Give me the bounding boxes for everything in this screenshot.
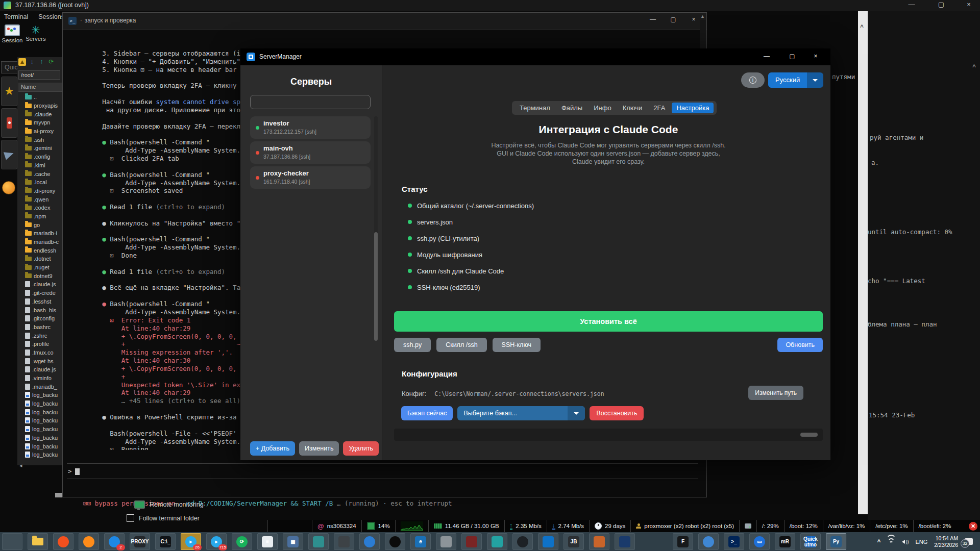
session-button[interactable]: Session xyxy=(1,24,23,43)
file-row[interactable]: .gemini xyxy=(17,144,62,153)
clock[interactable]: 10:54 AM 2/23/2026 xyxy=(934,535,958,548)
taskbar-tile[interactable] xyxy=(28,533,48,550)
sm-close-icon[interactable]: × xyxy=(808,53,823,60)
file-row[interactable]: log_backu xyxy=(17,391,62,399)
menu-item[interactable]: Terminal xyxy=(4,13,28,23)
file-row[interactable]: log_backu xyxy=(17,450,62,459)
taskbar-tile[interactable] xyxy=(79,533,99,550)
delete-server-button[interactable]: Удалить xyxy=(343,441,379,456)
install-part-button[interactable]: SSH-ключ xyxy=(493,338,541,352)
taskbar-tile[interactable]: mR xyxy=(775,533,795,550)
file-row[interactable]: .git-crede xyxy=(17,289,62,297)
volume-icon[interactable]: )) xyxy=(902,539,909,544)
taskbar-tile[interactable] xyxy=(308,533,329,550)
refresh-icon[interactable]: ⟳ xyxy=(47,58,55,66)
edit-server-button[interactable]: Изменить xyxy=(299,441,339,456)
taskbar-tile[interactable]: ⟳ xyxy=(232,533,252,550)
file-row[interactable]: .bashrc xyxy=(17,323,62,332)
file-row[interactable]: .claude xyxy=(17,110,62,118)
taskbar-tile[interactable]: ≡ xyxy=(257,533,278,550)
server-item[interactable]: proxy-checker 161.97.118.40 [ssh] xyxy=(250,166,371,189)
folder-up-icon[interactable]: ▲ xyxy=(18,58,26,66)
file-row[interactable]: log_backu xyxy=(17,425,62,434)
file-row[interactable]: .zshrc xyxy=(17,331,62,340)
file-row[interactable]: endlessh xyxy=(17,246,62,255)
file-row[interactable]: .di-proxy xyxy=(17,187,62,195)
install-all-button[interactable]: Установить всё xyxy=(394,311,823,332)
taskbar-tile[interactable]: Py xyxy=(826,533,846,550)
file-row[interactable]: .dotnet xyxy=(17,255,62,263)
file-row[interactable]: log_backu xyxy=(17,434,62,442)
file-row[interactable]: myvpn xyxy=(17,118,62,127)
favorites-button[interactable]: ★ xyxy=(1,77,17,106)
server-list-scrollbar[interactable] xyxy=(374,116,378,341)
taskbar-tile[interactable] xyxy=(53,533,74,550)
file-row[interactable]: .config xyxy=(17,153,62,161)
servermanager-titlebar[interactable]: ServerManager — ▢ × xyxy=(240,48,830,65)
taskbar-tile[interactable]: C:\_ xyxy=(155,533,176,550)
notification-center-icon[interactable]: 32 xyxy=(965,538,973,545)
taskbar-tile[interactable]: e xyxy=(410,533,431,550)
install-part-button[interactable]: ssh.py xyxy=(394,338,431,352)
file-row[interactable]: ai-proxy xyxy=(17,127,62,136)
file-row[interactable]: mariadb-i xyxy=(17,229,62,238)
file-row[interactable]: dotnet9 xyxy=(17,271,62,280)
file-row[interactable]: .qwen xyxy=(17,195,62,204)
taskbar-tile[interactable] xyxy=(538,533,558,550)
sm-maximize-icon[interactable]: ▢ xyxy=(785,53,800,60)
taskbar-tile[interactable] xyxy=(615,533,635,550)
download-icon[interactable]: ↓ xyxy=(28,58,36,66)
server-list-scroll-thumb[interactable] xyxy=(374,232,378,341)
checkbox-icon[interactable] xyxy=(127,514,134,522)
keyboard-language[interactable]: ENG xyxy=(915,539,927,545)
file-row[interactable]: .profile xyxy=(17,340,62,348)
taskbar-tile[interactable]: JB xyxy=(564,533,584,550)
menu-item[interactable]: Sessions xyxy=(38,13,64,23)
log-box[interactable] xyxy=(394,429,823,441)
sftp-path-input[interactable] xyxy=(18,70,60,80)
taskbar-tile[interactable] xyxy=(385,533,405,550)
file-row[interactable]: .npm xyxy=(17,212,62,221)
file-row[interactable]: log_backu xyxy=(17,399,62,408)
taskbar-tile[interactable]: PROXY xyxy=(130,533,150,550)
upload-icon[interactable]: ↑ xyxy=(38,58,45,66)
tray-expand-icon[interactable]: ^ xyxy=(877,538,880,545)
terminal-prompt[interactable]: > xyxy=(68,467,80,475)
add-server-button[interactable]: + Добавить xyxy=(250,441,295,456)
file-row[interactable]: proxyapis xyxy=(17,102,62,110)
monitor-close-icon[interactable]: ✕ xyxy=(969,522,977,531)
close-icon[interactable]: × xyxy=(962,1,976,8)
taskbar-tile[interactable] xyxy=(436,533,456,550)
backup-now-button[interactable]: Бэкап сейчас xyxy=(401,406,453,420)
file-row[interactable]: .lesshst xyxy=(17,297,62,306)
file-row[interactable]: .claude.js xyxy=(17,280,62,289)
tree-scroll-left-icon[interactable]: ◂ xyxy=(19,462,22,469)
file-row[interactable]: .. xyxy=(17,93,62,102)
file-row[interactable]: log_backu xyxy=(17,442,62,450)
file-row[interactable]: .tmux.co xyxy=(17,348,62,357)
restore-button[interactable]: Восстановить xyxy=(590,406,644,420)
sftp-name-header[interactable]: Name xyxy=(18,83,64,92)
minimize-icon[interactable]: — xyxy=(904,1,919,8)
restore-icon[interactable]: ▢ xyxy=(934,1,948,8)
taskbar-tile[interactable]: F xyxy=(673,533,693,550)
taskbar-tile[interactable]: ▭ xyxy=(749,533,770,550)
sessions-panel-button[interactable] xyxy=(1,140,17,169)
install-part-button[interactable]: Скилл /ssh xyxy=(436,338,486,352)
server-search-input[interactable] xyxy=(250,95,371,109)
taskbar-tile[interactable]: ▸ 715 xyxy=(206,533,227,550)
taskbar-tile[interactable] xyxy=(487,533,507,550)
file-row[interactable]: .codex xyxy=(17,204,62,212)
globe-icon[interactable] xyxy=(2,181,15,194)
servers-button[interactable]: ✳ Servers xyxy=(24,24,47,42)
mini-scroll-icon[interactable]: ^ xyxy=(972,63,976,70)
sm-minimize-icon[interactable]: — xyxy=(759,53,774,60)
taskbar-tile[interactable] xyxy=(2,533,22,550)
refresh-button[interactable]: Обновить xyxy=(777,338,823,352)
tools-button[interactable] xyxy=(1,108,17,138)
file-row[interactable]: .ssh xyxy=(17,135,62,144)
taskbar-tile[interactable] xyxy=(512,533,533,550)
taskbar-tile[interactable] xyxy=(698,533,719,550)
file-row[interactable]: .claude.js xyxy=(17,365,62,374)
taskbar-tile[interactable]: >_ xyxy=(724,533,744,550)
